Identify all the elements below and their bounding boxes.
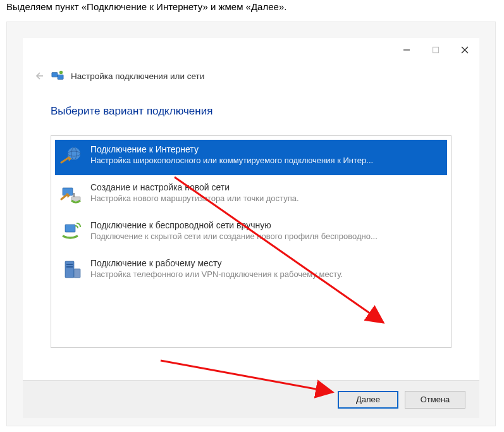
wizard-header: Настройка подключения или сети <box>23 62 479 87</box>
wifi-icon <box>59 219 84 245</box>
wizard-title: Настройка подключения или сети <box>71 71 204 81</box>
connection-options-list: Подключение к Интернету Настройка широко… <box>51 135 452 348</box>
globe-icon <box>59 144 84 169</box>
option-subtitle: Настройка широкополосного или коммутируе… <box>90 155 443 166</box>
server-icon <box>59 257 84 283</box>
svg-rect-6 <box>58 75 63 79</box>
cancel-button[interactable]: Отмена <box>405 391 465 409</box>
option-subtitle: Настройка нового маршрутизатора или точк… <box>90 193 443 204</box>
option-title: Создание и настройка новой сети <box>90 182 443 193</box>
dialog-footer: Далее Отмена <box>23 380 479 418</box>
svg-rect-18 <box>66 264 73 265</box>
option-internet[interactable]: Подключение к Интернету Настройка широко… <box>55 140 447 175</box>
screenshot-frame: Настройка подключения или сети Выберите … <box>6 22 496 426</box>
option-title: Подключение к беспроводной сети вручную <box>90 219 443 231</box>
instruction-text: Выделяем пункт «Подключение к Интернету»… <box>0 0 504 12</box>
option-subtitle: Настройка телефонного или VPN-подключени… <box>90 269 443 280</box>
option-title: Подключение к Интернету <box>90 144 443 155</box>
svg-rect-19 <box>66 266 73 268</box>
titlebar <box>23 38 479 62</box>
dialog-window: Настройка подключения или сети Выберите … <box>23 38 479 418</box>
svg-rect-14 <box>71 197 80 201</box>
option-workplace[interactable]: Подключение к рабочему месту Настройка т… <box>55 254 447 289</box>
svg-rect-5 <box>52 73 58 77</box>
option-wireless-manual[interactable]: Подключение к беспроводной сети вручную … <box>55 216 447 251</box>
page-heading: Выберите вариант подключения <box>51 105 452 118</box>
svg-rect-16 <box>65 225 75 232</box>
maximize-button[interactable] <box>421 40 450 59</box>
router-icon <box>59 182 84 207</box>
back-arrow-icon[interactable] <box>33 70 44 82</box>
svg-rect-20 <box>74 269 80 278</box>
svg-rect-1 <box>433 47 439 53</box>
minimize-button[interactable] <box>392 40 421 59</box>
close-button[interactable] <box>450 40 479 59</box>
next-button[interactable]: Далее <box>338 391 398 409</box>
svg-point-7 <box>59 71 63 75</box>
option-subtitle: Подключение к скрытой сети или создание … <box>90 231 443 242</box>
wizard-body: Выберите вариант подключения Подключ <box>23 87 479 354</box>
option-title: Подключение к рабочему месту <box>90 257 443 269</box>
option-new-network[interactable]: Создание и настройка новой сети Настройк… <box>55 178 447 213</box>
svg-rect-17 <box>65 261 74 278</box>
network-wizard-icon <box>51 69 65 83</box>
